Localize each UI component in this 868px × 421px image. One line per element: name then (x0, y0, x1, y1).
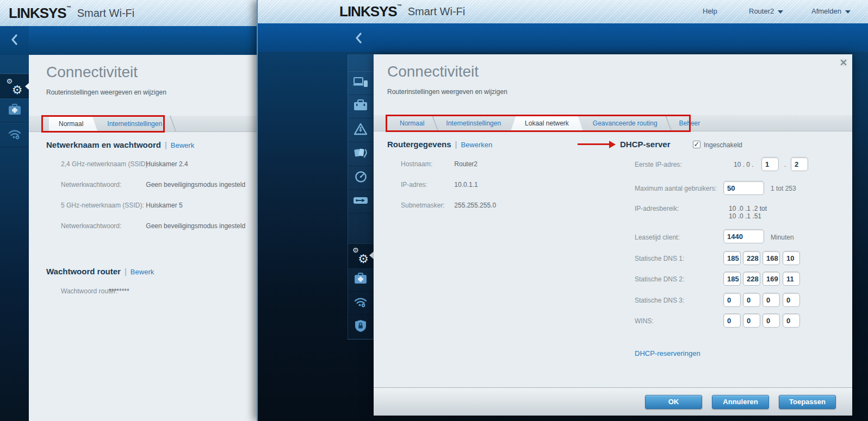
router-password-section-header: Wachtwoord router|Bewerk (46, 267, 154, 276)
page-subtitle: Routerinstellingen weergeven en wijzigen (46, 89, 166, 96)
linksys-logo: LINKSYS™ (9, 5, 71, 22)
sidebar-item-device-list[interactable] (348, 71, 373, 95)
back-button[interactable] (0, 26, 29, 55)
warning-triangle-icon (354, 123, 368, 137)
logout-menu[interactable]: Afmelden (811, 7, 851, 15)
left-content: Connectiviteit Routerinstellingen weerge… (29, 55, 257, 421)
dns2-octet2-input[interactable] (743, 272, 760, 286)
wins-octet2-input[interactable] (743, 313, 760, 328)
gears-icon: ⚙⚙ (7, 79, 23, 94)
sidebar-item-security[interactable] (348, 315, 373, 339)
sidebar-item-wireless[interactable] (0, 123, 29, 147)
row-ip-address: IP-adres: 10.0.1.1 (401, 181, 478, 188)
row-password-5: Netwerkwachtwoord: Geen beveiligingsmodu… (61, 222, 245, 230)
first-ip-dot: . (784, 161, 786, 168)
wins-octet1-input[interactable] (723, 313, 741, 328)
right-topband (258, 23, 868, 52)
cancel-button[interactable]: Annuleren (712, 395, 769, 409)
product-name: Smart Wi-Fi (408, 5, 466, 18)
back-chevron-icon (9, 34, 20, 48)
dns2-octet3-input[interactable] (762, 272, 780, 286)
wins-octet3-input[interactable] (762, 313, 780, 328)
dns1-octet1-input[interactable] (723, 251, 741, 265)
dhcp-enabled-checkbox[interactable]: ✓ (693, 141, 700, 148)
sidebar-item-external-storage[interactable] (348, 190, 373, 214)
back-chevron-icon (354, 37, 364, 46)
sidebar-item-media-prioritization[interactable] (348, 142, 373, 166)
devices-icon (353, 76, 368, 90)
tab-internetinstellingen[interactable]: Internetinstellingen (436, 115, 511, 131)
router-menu[interactable]: Router2 (749, 7, 783, 15)
sidebar-item-connectivity[interactable]: ⚙⚙ (0, 74, 29, 98)
tab-internetinstellingen[interactable]: Internetinstellingen (97, 116, 172, 131)
ok-button[interactable]: OK (645, 395, 702, 409)
dns3-octet3-input[interactable] (762, 293, 780, 307)
dns3-octet2-input[interactable] (743, 293, 760, 307)
annotation-red-arrow (578, 143, 609, 145)
ip-range-line2: 10 .0 .1 .51 (729, 212, 761, 220)
dns2-octet1-input[interactable] (723, 272, 741, 286)
network-section-header: Netwerknaam en wachtwoord|Bewerk (46, 140, 194, 149)
dns1-label: Statische DNS 1: (635, 255, 684, 262)
lease-input[interactable] (723, 229, 764, 243)
footer-bar: OK Annuleren Toepassen (374, 387, 852, 416)
page-subtitle: Routerinstellingen weergeven en wijzigen (387, 88, 507, 96)
right-sidebar: ⚙⚙ (348, 54, 374, 340)
active-wedge-icon (369, 252, 374, 259)
sidebar-item-connectivity[interactable]: ⚙⚙ (348, 244, 373, 268)
tab-lokaal-netwerk[interactable]: Lokaal netwerk (511, 115, 583, 131)
tab-geavanceerde-routing[interactable]: Geavanceerde routing (583, 115, 667, 131)
apply-button[interactable]: Toepassen (779, 395, 836, 409)
wins-octet4-input[interactable] (783, 313, 800, 328)
sidebar-item-wireless[interactable] (348, 292, 373, 316)
left-content-topbar (29, 26, 257, 55)
row-subnet-mask: Subnetmasker: 255.255.255.0 (401, 202, 496, 209)
left-sidebar: ⚙⚙ (0, 26, 29, 421)
page-title: Connectiviteit (46, 64, 138, 81)
speedometer-icon (355, 171, 367, 185)
max-users-label: Maximum aantal gebruikers: (635, 185, 717, 192)
dns2-label: Statische DNS 2: (635, 275, 684, 283)
tab-normaal[interactable]: Normaal (49, 116, 97, 131)
first-aid-icon (8, 104, 21, 117)
lease-unit: Minuten (771, 234, 794, 241)
suitcase-icon (354, 99, 368, 114)
first-ip-octet4-input[interactable] (791, 157, 808, 171)
ip-range-line1: 10 .0 .1 .2 tot (729, 205, 767, 212)
product-name: Smart Wi-Fi (77, 7, 135, 20)
media-cards-icon (354, 147, 368, 162)
sidebar-item-troubleshooting[interactable] (0, 98, 29, 123)
dns1-octet4-input[interactable] (783, 251, 800, 265)
tab-beheer[interactable]: Beheer (669, 115, 710, 131)
row-ssid-24: 2,4 GHz-netwerknaam (SSID): Huiskamer 2.… (61, 160, 188, 168)
first-ip-octet3-input[interactable] (761, 157, 779, 171)
sidebar-item-parental-controls[interactable] (348, 118, 373, 142)
sidebar-item-speed-test[interactable] (348, 166, 373, 190)
row-router-password: Wachtwoord router: ******** (61, 287, 129, 295)
dns3-label: Statische DNS 3: (635, 297, 684, 304)
dns1-octet3-input[interactable] (762, 251, 780, 265)
sidebar-spacer (0, 55, 29, 74)
edit-network-link[interactable]: Bewerk (171, 141, 194, 149)
row-hostname: Hostnaam: Router2 (401, 160, 478, 168)
dns3-octet4-input[interactable] (783, 293, 800, 307)
lease-label: Leasetijd client: (635, 234, 680, 241)
close-icon[interactable] (839, 58, 848, 67)
tab-normaal[interactable]: Normaal (390, 115, 434, 131)
sidebar-item-guest-access[interactable] (348, 95, 373, 119)
right-window: LINKSYS™ Smart Wi-Fi Help Router2 Afmeld… (257, 0, 868, 421)
sidebar-item-troubleshooting[interactable] (348, 268, 373, 292)
dns3-octet1-input[interactable] (723, 293, 741, 307)
max-users-input[interactable] (723, 181, 764, 195)
left-window: LINKSYS™ Smart Wi-Fi ⚙⚙ Connectiviteit R… (0, 0, 257, 421)
dns1-octet2-input[interactable] (743, 251, 760, 265)
dhcp-reservations-link[interactable]: DHCP-reserveringen (635, 349, 700, 357)
help-menu[interactable]: Help (703, 7, 717, 15)
edit-router-password-link[interactable]: Bewerk (131, 268, 154, 276)
first-ip-prefix: 10 . 0 . (734, 161, 754, 168)
edit-router-info-link[interactable]: Bewerken (461, 141, 492, 149)
dns2-octet4-input[interactable] (783, 272, 800, 286)
chevron-down-icon (845, 10, 851, 14)
gears-icon: ⚙⚙ (352, 248, 369, 263)
back-button[interactable] (354, 32, 364, 47)
